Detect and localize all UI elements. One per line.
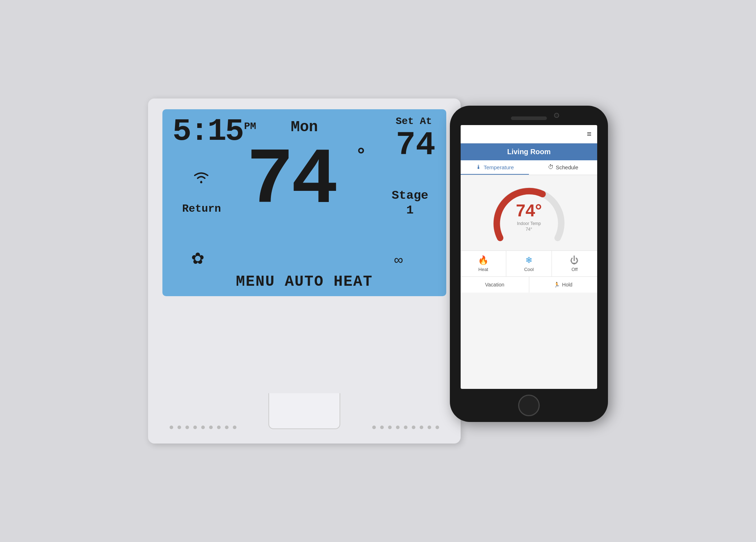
- home-button[interactable]: [518, 395, 540, 416]
- phone-body: ≡ Living Room 🌡 Temperature ⏱ Schedule: [450, 106, 608, 422]
- hold-label: Hold: [562, 282, 572, 288]
- dot: [225, 426, 229, 429]
- thermometer-icon: 🌡: [476, 164, 481, 170]
- vacation-button[interactable]: Vacation: [461, 277, 529, 293]
- front-camera-icon: [554, 113, 559, 118]
- dot: [233, 426, 236, 429]
- dot: [404, 426, 407, 429]
- mode-row: 🔥 Heat ❄ Cool ⏻ Off: [461, 251, 597, 276]
- tab-schedule-label: Schedule: [556, 164, 578, 170]
- mode-cool-label: Cool: [524, 267, 534, 272]
- thermostat-day: Mon: [291, 119, 318, 136]
- thermostat-screen: 5:15PM Mon Set At 74 74 ° Return: [162, 109, 446, 296]
- current-temperature: 74°: [516, 201, 542, 220]
- set-at-label: Set At: [396, 116, 432, 127]
- vacation-label: Vacation: [485, 282, 504, 288]
- dot: [380, 426, 384, 429]
- time-value: 5:15: [172, 114, 243, 149]
- main-scene: 5:15PM Mon Set At 74 74 ° Return: [126, 73, 630, 469]
- dot: [185, 426, 189, 429]
- dot: [372, 426, 376, 429]
- clock-icon: ⏱: [548, 164, 554, 170]
- tab-temperature[interactable]: 🌡 Temperature: [461, 160, 529, 175]
- hamburger-menu-icon[interactable]: ≡: [587, 129, 591, 139]
- hold-icon: 🏃: [554, 282, 560, 288]
- phone-screen: ≡ Living Room 🌡 Temperature ⏱ Schedule: [461, 125, 597, 389]
- action-row: Vacation 🏃 Hold: [461, 276, 597, 293]
- dot: [412, 426, 415, 429]
- phone-device: ≡ Living Room 🌡 Temperature ⏱ Schedule: [450, 106, 608, 422]
- mode-off-label: Off: [571, 267, 577, 272]
- snowflake-icon: ❄: [525, 255, 533, 265]
- app-header-bar: ≡: [461, 125, 597, 143]
- thermostat-time: 5:15PM: [172, 116, 256, 147]
- dot: [428, 426, 431, 429]
- thermostat-handle: [268, 393, 340, 429]
- degree-symbol: °: [355, 145, 367, 166]
- room-header: Living Room: [461, 143, 597, 160]
- phone-speaker-icon: [511, 116, 547, 120]
- dot: [388, 426, 392, 429]
- set-at-value: 74: [396, 129, 435, 162]
- app-tabs: 🌡 Temperature ⏱ Schedule: [461, 160, 597, 175]
- power-icon: ⏻: [570, 255, 579, 265]
- phone-notch: [450, 106, 608, 125]
- dot: [170, 426, 173, 429]
- dot: [217, 426, 221, 429]
- dot: [178, 426, 181, 429]
- thermostat-device: 5:15PM Mon Set At 74 74 ° Return: [148, 98, 461, 444]
- dots-bottom-right: [372, 426, 439, 429]
- mode-button-off[interactable]: ⏻ Off: [552, 251, 597, 276]
- dot: [201, 426, 205, 429]
- wifi-icon: [191, 169, 211, 186]
- temperature-gauge: 74° Indoor Temp 74°: [461, 175, 597, 251]
- main-temp: 74: [246, 142, 336, 221]
- tab-schedule[interactable]: ⏱ Schedule: [529, 160, 597, 175]
- mode-button-heat[interactable]: 🔥 Heat: [461, 251, 506, 276]
- thermostat-bottom: [159, 296, 450, 429]
- tab-temperature-label: Temperature: [484, 164, 514, 170]
- menu-bar: MENU AUTO HEAT: [162, 273, 446, 290]
- link-icon: ∞: [394, 252, 403, 267]
- mode-heat-label: Heat: [478, 267, 488, 272]
- mode-button-cool[interactable]: ❄ Cool: [506, 251, 552, 276]
- gauge-center: 74° Indoor Temp 74°: [516, 201, 542, 232]
- hold-button[interactable]: 🏃 Hold: [529, 277, 598, 293]
- dot: [435, 426, 439, 429]
- stage-label: Stage 1: [392, 188, 428, 218]
- fan-icon: ✿: [191, 249, 204, 267]
- dots-bottom-left: [170, 426, 236, 429]
- flame-icon: 🔥: [478, 255, 489, 265]
- svg-point-0: [200, 181, 202, 183]
- dot: [193, 426, 197, 429]
- dot: [396, 426, 400, 429]
- indoor-temp-label: Indoor Temp 74°: [516, 221, 542, 232]
- time-period: PM: [244, 121, 256, 132]
- dot: [420, 426, 423, 429]
- dot: [209, 426, 213, 429]
- return-label: Return: [182, 203, 221, 215]
